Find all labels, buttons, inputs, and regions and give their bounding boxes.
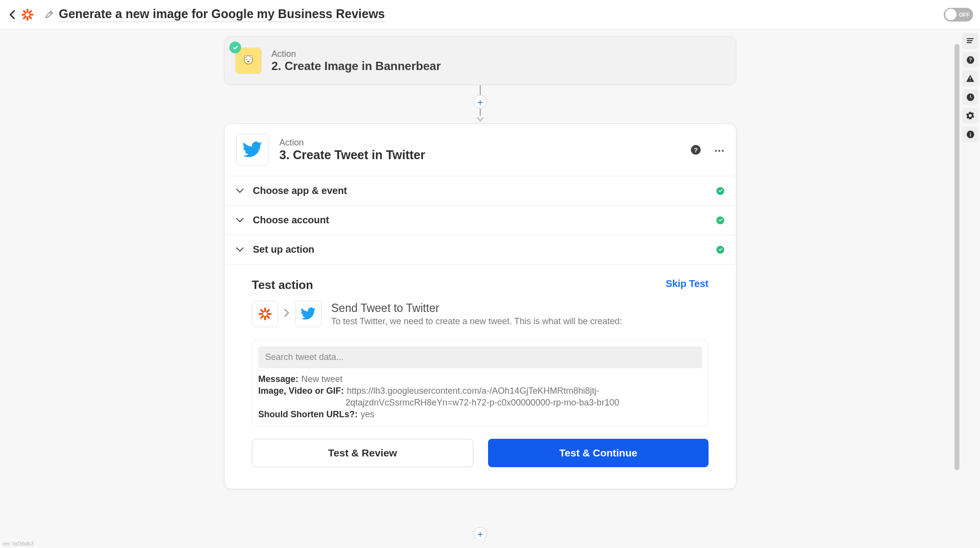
- step-3-title: 3. Create Tweet in Twitter: [279, 148, 425, 162]
- test-continue-button[interactable]: Test & Continue: [488, 439, 709, 467]
- svg-point-18: [246, 59, 247, 60]
- step-3-card: Action 3. Create Tweet in Twitter ? Choo…: [224, 123, 736, 489]
- svg-point-22: [250, 55, 252, 58]
- svg-rect-26: [264, 308, 266, 312]
- back-chevron-icon[interactable]: [7, 9, 18, 20]
- svg-rect-0: [26, 8, 28, 13]
- test-review-button[interactable]: Test & Review: [252, 439, 473, 467]
- row-choose-app-event[interactable]: Choose app & event: [224, 176, 736, 205]
- row-status-check-icon: [716, 216, 724, 224]
- add-step-button[interactable]: ＋: [473, 95, 487, 109]
- svg-point-23: [715, 150, 717, 152]
- svg-point-20: [247, 61, 249, 62]
- svg-rect-6: [23, 10, 27, 14]
- row-title: Choose app & event: [253, 185, 347, 196]
- zap-title[interactable]: Generate a new image for Google my Busin…: [59, 7, 385, 22]
- test-action-section: Test action Skip Test Send Tweet to Twit…: [224, 264, 736, 489]
- svg-rect-11: [970, 80, 970, 81]
- svg-rect-31: [260, 314, 264, 319]
- test-action-title: Test action: [252, 278, 313, 292]
- search-tweet-data-input[interactable]: Search tweet data...: [258, 346, 702, 368]
- svg-rect-4: [28, 10, 32, 14]
- step-3-label: Action: [279, 138, 425, 148]
- connector-bottom: ＋: [473, 527, 487, 539]
- send-tweet-description: To test Twitter, we need to create a new…: [331, 316, 622, 327]
- chevron-right-icon: [284, 309, 289, 319]
- bannerbear-app-icon: [235, 48, 262, 74]
- info-icon[interactable]: [962, 126, 978, 142]
- svg-rect-14: [970, 133, 971, 136]
- row-status-check-icon: [716, 246, 724, 254]
- history-clock-icon[interactable]: [962, 89, 978, 105]
- field-label-image: Image, Video or GIF:: [258, 386, 344, 396]
- skip-test-link[interactable]: Skip Test: [666, 278, 709, 289]
- svg-rect-33: [266, 314, 270, 319]
- zapier-logo-icon[interactable]: [21, 8, 34, 22]
- svg-rect-32: [260, 309, 264, 313]
- toggle-off-label: OFF: [959, 12, 970, 18]
- svg-point-24: [718, 150, 720, 152]
- twitter-mini-icon: [295, 301, 321, 327]
- svg-rect-10: [970, 77, 970, 79]
- field-value-image-line1: https://lh3.googleusercontent.com/a-/AOh…: [347, 386, 599, 396]
- step-3-meta: Action 3. Create Tweet in Twitter: [279, 138, 425, 162]
- svg-rect-15: [970, 132, 971, 133]
- svg-rect-3: [29, 14, 34, 16]
- row-choose-account[interactable]: Choose account: [224, 205, 736, 235]
- version-label: ver. faf36db3: [2, 541, 34, 547]
- row-set-up-action[interactable]: Set up action: [224, 235, 736, 264]
- svg-rect-2: [22, 14, 26, 16]
- chevron-down-icon: [236, 216, 245, 225]
- field-value-image-line2: 2qtajzdnVcSsrmcRH8eYn=w72-h72-p-c0x00000…: [345, 398, 619, 408]
- svg-point-21: [245, 55, 247, 58]
- top-header: Generate a new image for Google my Busin…: [0, 0, 980, 29]
- svg-rect-28: [259, 313, 263, 315]
- more-menu-icon[interactable]: [714, 145, 724, 154]
- edit-pencil-icon[interactable]: [44, 10, 54, 20]
- field-label-message: Message:: [258, 374, 298, 384]
- outline-icon[interactable]: [962, 33, 978, 49]
- row-status-check-icon: [716, 187, 724, 195]
- svg-rect-29: [267, 313, 271, 315]
- zap-on-off-toggle[interactable]: OFF: [944, 8, 973, 22]
- help-icon[interactable]: ?: [962, 52, 978, 68]
- step-2-label: Action: [271, 49, 441, 59]
- field-value-shorten: yes: [361, 409, 374, 420]
- chevron-down-icon: [236, 187, 245, 195]
- step-2-card[interactable]: Action 2. Create Image in Bannerbear: [224, 36, 736, 85]
- warning-icon[interactable]: [962, 71, 978, 86]
- svg-point-25: [722, 150, 724, 152]
- settings-gear-icon[interactable]: [962, 108, 978, 123]
- step-2-meta: Action 2. Create Image in Bannerbear: [271, 49, 441, 73]
- svg-rect-1: [26, 16, 28, 21]
- help-icon[interactable]: ?: [691, 145, 701, 155]
- right-tool-rail: ?: [960, 29, 980, 548]
- row-title: Set up action: [253, 244, 315, 255]
- svg-text:?: ?: [969, 57, 972, 62]
- tweet-data-preview: Search tweet data... Message: New tweet …: [252, 340, 709, 426]
- svg-rect-5: [23, 15, 27, 20]
- twitter-app-icon: [236, 134, 269, 166]
- svg-rect-7: [28, 15, 32, 20]
- success-check-badge-icon: [229, 42, 241, 53]
- chevron-down-icon: [236, 245, 245, 254]
- zapier-mini-icon: [252, 301, 278, 327]
- add-step-button-bottom[interactable]: ＋: [473, 527, 487, 539]
- svg-rect-30: [266, 309, 270, 313]
- field-label-shorten: Should Shorten URLs?:: [258, 409, 358, 420]
- editor-canvas: Action 2. Create Image in Bannerbear ＋ A…: [0, 29, 960, 539]
- field-value-message: New tweet: [301, 374, 343, 384]
- svg-rect-27: [264, 316, 266, 320]
- send-tweet-title: Send Tweet to Twitter: [331, 302, 622, 315]
- svg-point-19: [249, 59, 251, 60]
- connector-top: ＋: [473, 85, 487, 124]
- row-title: Choose account: [253, 214, 329, 226]
- step-3-header: Action 3. Create Tweet in Twitter ?: [224, 124, 736, 176]
- step-2-title: 2. Create Image in Bannerbear: [271, 59, 441, 73]
